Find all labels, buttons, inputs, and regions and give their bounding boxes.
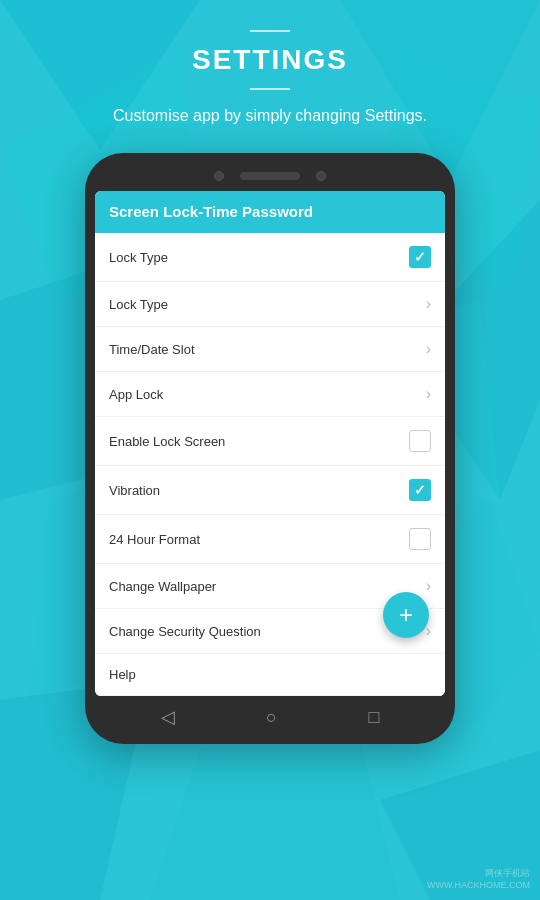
settings-label-enable-lock-screen: Enable Lock Screen	[109, 434, 225, 449]
settings-item-vibration[interactable]: Vibration	[95, 466, 445, 515]
chevron-time-date: ›	[426, 340, 431, 358]
phone-speaker	[240, 172, 300, 180]
settings-action-enable-lock-screen[interactable]	[409, 430, 431, 452]
checkbox-vibration[interactable]	[409, 479, 431, 501]
settings-item-help[interactable]: Help	[95, 654, 445, 696]
settings-label-time-date: Time/Date Slot	[109, 342, 195, 357]
fab-button[interactable]: +	[383, 592, 429, 638]
nav-recents-button[interactable]: □	[368, 707, 379, 728]
settings-label-lock-type-1: Lock Type	[109, 250, 168, 265]
chevron-app-lock: ›	[426, 385, 431, 403]
phone-bottom-bar: ◁ ○ □	[95, 696, 445, 734]
watermark-line2: WWW.HACKHOME.COM	[427, 880, 530, 890]
settings-item-enable-lock-screen[interactable]: Enable Lock Screen	[95, 417, 445, 466]
settings-action-lock-type-1[interactable]	[409, 246, 431, 268]
page-content: SETTINGS Customise app by simply changin…	[0, 0, 540, 900]
divider-bottom	[250, 88, 290, 90]
settings-action-change-wallpaper[interactable]: ›	[426, 577, 431, 595]
checkbox-lock-type-1[interactable]	[409, 246, 431, 268]
settings-label-help: Help	[109, 667, 136, 682]
divider-top	[250, 30, 290, 32]
screen-header: Screen Lock-Time Password	[95, 191, 445, 233]
checkbox-enable-lock-screen[interactable]	[409, 430, 431, 452]
settings-item-lock-type-2[interactable]: Lock Type ›	[95, 282, 445, 327]
settings-action-time-date[interactable]: ›	[426, 340, 431, 358]
watermark-line1: 网侠手机站	[427, 867, 530, 880]
checkbox-24hour[interactable]	[409, 528, 431, 550]
page-title: SETTINGS	[113, 44, 427, 76]
settings-item-app-lock[interactable]: App Lock ›	[95, 372, 445, 417]
phone-top-bar	[95, 171, 445, 181]
screen-title: Screen Lock-Time Password	[109, 203, 313, 220]
settings-label-app-lock: App Lock	[109, 387, 163, 402]
settings-label-lock-type-2: Lock Type	[109, 297, 168, 312]
chevron-lock-type-2: ›	[426, 295, 431, 313]
settings-item-time-date[interactable]: Time/Date Slot ›	[95, 327, 445, 372]
settings-action-app-lock[interactable]: ›	[426, 385, 431, 403]
settings-item-24hour[interactable]: 24 Hour Format	[95, 515, 445, 564]
settings-item-lock-type-1[interactable]: Lock Type	[95, 233, 445, 282]
watermark: 网侠手机站 WWW.HACKHOME.COM	[427, 867, 530, 890]
settings-action-lock-type-2[interactable]: ›	[426, 295, 431, 313]
settings-label-security-question: Change Security Question	[109, 624, 261, 639]
settings-action-24hour[interactable]	[409, 528, 431, 550]
phone-sensor	[316, 171, 326, 181]
settings-label-24hour: 24 Hour Format	[109, 532, 200, 547]
settings-action-vibration[interactable]	[409, 479, 431, 501]
page-header: SETTINGS Customise app by simply changin…	[93, 0, 447, 138]
phone-device: Screen Lock-Time Password Lock Type Lock…	[85, 153, 455, 744]
phone-camera	[214, 171, 224, 181]
settings-label-vibration: Vibration	[109, 483, 160, 498]
settings-label-change-wallpaper: Change Wallpaper	[109, 579, 216, 594]
header-subtitle: Customise app by simply changing Setting…	[113, 104, 427, 128]
nav-home-button[interactable]: ○	[266, 707, 277, 728]
chevron-change-wallpaper: ›	[426, 577, 431, 595]
phone-screen: Screen Lock-Time Password Lock Type Lock…	[95, 191, 445, 696]
nav-back-button[interactable]: ◁	[161, 706, 175, 728]
